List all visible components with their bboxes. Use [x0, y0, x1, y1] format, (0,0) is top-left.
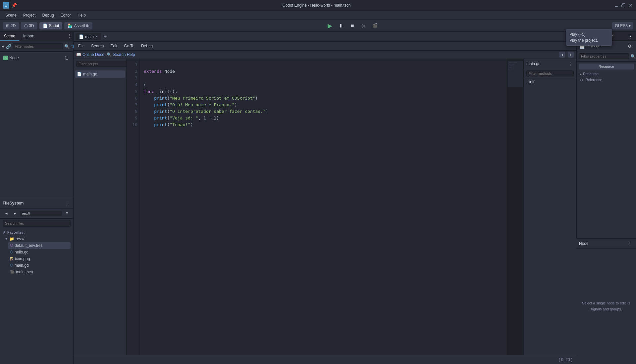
- nav-prev-button[interactable]: ◂: [559, 52, 565, 58]
- resource-section[interactable]: ▸ Resource: [579, 71, 634, 77]
- script-tab-main[interactable]: 📄 main ✕: [76, 33, 101, 40]
- script-menu-edit[interactable]: Edit: [108, 43, 119, 49]
- window-title: Godot Engine - Hello-world - main.tscn: [20, 3, 613, 8]
- script-menu-search[interactable]: Search: [89, 43, 106, 49]
- tree-node-label: Node: [9, 56, 19, 60]
- methods-list: _init: [524, 78, 576, 85]
- script-menu-file[interactable]: File: [76, 43, 86, 49]
- script-menu-goto[interactable]: Go To: [122, 43, 136, 49]
- assetlib-icon: 🏪: [68, 23, 73, 28]
- gles-selector[interactable]: GLES3 ▾: [612, 22, 633, 29]
- fs-menu-icon[interactable]: ⋮: [63, 200, 71, 207]
- online-docs-link[interactable]: 📖 Online Docs: [76, 52, 104, 57]
- search-nodes-button[interactable]: 🔍: [64, 43, 70, 50]
- gd-icon-hello: ⬡: [10, 250, 13, 254]
- menu-debug[interactable]: Debug: [39, 12, 56, 19]
- search-help-icon: 🔍: [107, 52, 112, 57]
- fs-favorites-label: ★ Favorites:: [3, 229, 71, 236]
- stop-button[interactable]: ■: [348, 21, 357, 30]
- fs-item-main-gd[interactable]: ⬡ main.gd: [8, 262, 71, 269]
- png-icon: 🖼: [10, 257, 14, 261]
- script-menu-debug[interactable]: Debug: [139, 43, 155, 49]
- filter-methods-input[interactable]: [526, 70, 574, 76]
- add-node-button[interactable]: +: [2, 43, 5, 50]
- close-tab-button[interactable]: ✕: [95, 35, 98, 38]
- node-panel-message: Select a single node to edit itssignals …: [582, 300, 630, 312]
- menu-editor[interactable]: Editor: [58, 12, 74, 19]
- tab-scene[interactable]: Scene: [0, 32, 19, 41]
- fs-res-label: res://: [16, 237, 25, 241]
- fs-forward-button[interactable]: ▸: [11, 210, 19, 217]
- code-content[interactable]: extends Node ▸ func _init(): print("Meu …: [140, 59, 507, 355]
- node-options-icon[interactable]: ⇅: [63, 54, 70, 62]
- app-icon: G: [3, 2, 9, 9]
- methods-panel-header: main.gd ⋮: [524, 59, 576, 69]
- main-content: Scene Import ⋮ + 🔗 🔍 ⇅ N Node ⇅: [0, 32, 636, 364]
- node-panel-menu-icon[interactable]: ⋮: [626, 240, 633, 247]
- filter-properties-input[interactable]: [579, 53, 629, 59]
- view-2d-button[interactable]: ⊞ 2D: [3, 22, 19, 29]
- fs-nav: ◂ ▸ res:// ≡: [0, 208, 73, 219]
- fs-item-hello-gd[interactable]: ⬡ hello.gd: [8, 249, 71, 255]
- filter-props-btn[interactable]: 🔍: [630, 53, 636, 60]
- view-3d-icon: ⬡: [24, 23, 27, 28]
- scripts-panel-header: 🔍: [74, 59, 126, 69]
- left-container: Scene Import ⋮ + 🔗 🔍 ⇅ N Node ⇅: [0, 32, 74, 364]
- inspector-menu-icon[interactable]: ⋮: [627, 32, 634, 40]
- add-tab-button[interactable]: +: [101, 32, 109, 41]
- tab-import[interactable]: Import: [19, 32, 38, 41]
- filter-scripts-input[interactable]: [76, 61, 127, 67]
- view-3d-button[interactable]: ⬡ 3D: [21, 22, 37, 29]
- search-help-link[interactable]: 🔍 Search Help: [107, 52, 135, 57]
- scripts-panel: 🔍 📄 main.gd: [74, 59, 127, 355]
- pause-button[interactable]: ⏸: [337, 21, 346, 30]
- gd-icon-main: ⬡: [10, 263, 13, 267]
- filesystem-panel: FileSystem ⋮ ◂ ▸ res:// ≡ ★ Favorites:: [0, 198, 74, 364]
- resource-label: Resource: [583, 72, 599, 76]
- close-button[interactable]: ✕: [628, 3, 633, 8]
- expand-icon: ▸: [580, 72, 582, 76]
- nav-next-button[interactable]: ▸: [568, 52, 574, 58]
- reference-label: Reference: [585, 78, 602, 82]
- search-files-input[interactable]: [3, 220, 71, 227]
- script-doc-toolbar: 📖 Online Docs 🔍 Search Help ◂ ▸: [74, 51, 576, 59]
- svg-text:G: G: [5, 4, 7, 7]
- script-list-item-main[interactable]: 📄 main.gd: [75, 70, 125, 78]
- scene-panel-menu-icon[interactable]: ⋮: [66, 32, 73, 39]
- maximize-button[interactable]: 🗗: [621, 3, 626, 8]
- play-button[interactable]: ▶: [325, 21, 335, 30]
- filter-nodes-input[interactable]: [13, 43, 63, 49]
- pin-icon[interactable]: 📌: [11, 3, 17, 8]
- fs-folder-res[interactable]: ▼ 📁 res://: [3, 236, 71, 242]
- tree-node-node[interactable]: N Node ⇅: [2, 54, 71, 62]
- menu-help[interactable]: Help: [75, 12, 88, 19]
- minimize-button[interactable]: 🗕: [613, 3, 619, 8]
- script-file-icon: 📄: [79, 34, 84, 39]
- tooltip-line-1: Play (F5): [569, 31, 609, 37]
- inspector-sliders-icon[interactable]: ⚙: [626, 42, 633, 50]
- fs-layout-icon[interactable]: ≡: [63, 210, 71, 217]
- fs-item-default-env[interactable]: ⬡ default_env.tres: [8, 242, 71, 249]
- script-menu-bar: File Search Edit Go To Debug: [74, 42, 576, 51]
- scene-toolbar: + 🔗 🔍 ⇅: [0, 41, 73, 52]
- play-tooltip: Play (F5) Play the project.: [566, 29, 612, 46]
- docs-icon: 📖: [76, 52, 81, 57]
- fs-item-main-tscn[interactable]: 🎬 main.tscn: [8, 269, 71, 275]
- scene-tabs: Scene Import ⋮: [0, 32, 73, 41]
- instance-scene-button[interactable]: 🔗: [6, 43, 11, 50]
- method-item-init[interactable]: _init: [524, 78, 576, 85]
- script-button[interactable]: 📄 Script: [39, 22, 63, 29]
- methods-panel-icon[interactable]: ⋮: [566, 60, 574, 68]
- node-panel-content: Select a single node to edit itssignals …: [576, 249, 636, 364]
- filesystem-title: FileSystem: [3, 201, 24, 205]
- code-editor[interactable]: 1 2 3 4 5 6 7 8 9 10 extends Node ▸ func…: [127, 59, 523, 355]
- menu-scene[interactable]: Scene: [3, 12, 19, 19]
- fs-item-icon-png[interactable]: 🖼 icon.png: [8, 255, 71, 262]
- editor-area: 📄 main ✕ + ⛶ File Search Edit Go To Debu…: [74, 32, 576, 364]
- resource-button[interactable]: Resource: [579, 64, 634, 69]
- assetlib-button[interactable]: 🏪 AssetLib: [64, 22, 92, 29]
- play-scene-button[interactable]: ▷: [359, 21, 368, 30]
- fs-back-button[interactable]: ◂: [3, 210, 10, 217]
- movie-button[interactable]: 🎬: [370, 21, 380, 30]
- menu-project[interactable]: Project: [21, 12, 38, 19]
